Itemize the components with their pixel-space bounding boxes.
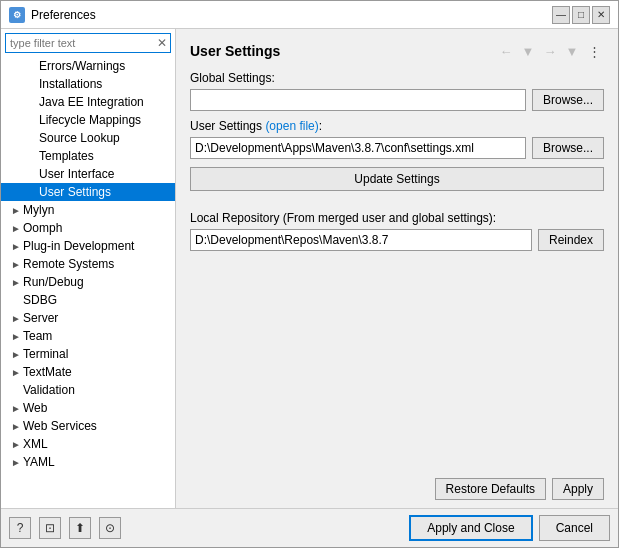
tree-item-errors[interactable]: Errors/Warnings (1, 57, 175, 75)
tree-item-oomph[interactable]: ►Oomph (1, 219, 175, 237)
expand-icon: ► (9, 401, 23, 415)
expand-icon: ► (9, 275, 23, 289)
search-box: ✕ (5, 33, 171, 53)
tree-item-label: Java EE Integration (39, 95, 144, 109)
forward-button[interactable]: → (540, 41, 560, 61)
tree-item-java-ee[interactable]: Java EE Integration (1, 93, 175, 111)
tree-item-source-lookup[interactable]: Source Lookup (1, 129, 175, 147)
panel-header: User Settings ← ▼ → ▼ ⋮ (190, 41, 604, 61)
tree-item-run-debug[interactable]: ►Run/Debug (1, 273, 175, 291)
maximize-button[interactable]: □ (572, 6, 590, 24)
title-bar-buttons: — □ ✕ (552, 6, 610, 24)
tree-item-label: Lifecycle Mappings (39, 113, 141, 127)
tree-item-terminal[interactable]: ►Terminal (1, 345, 175, 363)
tree-item-team[interactable]: ►Team (1, 327, 175, 345)
tree-item-label: User Interface (39, 167, 114, 181)
import-prefs-icon[interactable]: ⬆ (69, 517, 91, 539)
expand-icon: ► (9, 347, 23, 361)
help-icon[interactable]: ? (9, 517, 31, 539)
right-panel: User Settings ← ▼ → ▼ ⋮ Global Settings:… (176, 29, 618, 508)
nav-buttons: ← ▼ → ▼ ⋮ (496, 41, 604, 61)
tree-item-web-services[interactable]: ►Web Services (1, 417, 175, 435)
window-title: Preferences (31, 8, 546, 22)
tree-item-remote-systems[interactable]: ►Remote Systems (1, 255, 175, 273)
search-clear-button[interactable]: ✕ (152, 34, 172, 52)
tree-item-label: Run/Debug (23, 275, 84, 289)
expand-icon: ► (9, 311, 23, 325)
export-prefs-icon[interactable]: ⊡ (39, 517, 61, 539)
sidebar: ✕ Errors/WarningsInstallationsJava EE In… (1, 29, 176, 508)
tree-item-web[interactable]: ►Web (1, 399, 175, 417)
info-icon[interactable]: ⊙ (99, 517, 121, 539)
tree-item-user-settings[interactable]: User Settings (1, 183, 175, 201)
reindex-button[interactable]: Reindex (538, 229, 604, 251)
main-content: ✕ Errors/WarningsInstallationsJava EE In… (1, 29, 618, 508)
user-settings-text: User Settings (190, 119, 265, 133)
local-repo-input[interactable] (190, 229, 532, 251)
minimize-button[interactable]: — (552, 6, 570, 24)
tree-item-label: Server (23, 311, 58, 325)
tree-item-label: SDBG (23, 293, 57, 307)
tree-item-label: User Settings (39, 185, 111, 199)
tree-item-mylyn[interactable]: ►Mylyn (1, 201, 175, 219)
tree-item-validation[interactable]: Validation (1, 381, 175, 399)
tree-item-plugin-dev[interactable]: ►Plug-in Development (1, 237, 175, 255)
expand-icon: ► (9, 437, 23, 451)
tree-item-label: Plug-in Development (23, 239, 134, 253)
footer: ? ⊡ ⬆ ⊙ Apply and Close Cancel (1, 508, 618, 547)
global-browse-button[interactable]: Browse... (532, 89, 604, 111)
tree-item-sdbg[interactable]: SDBG (1, 291, 175, 309)
tree-item-label: Web Services (23, 419, 97, 433)
forward-dropdown-button[interactable]: ▼ (562, 41, 582, 61)
tree-item-label: Terminal (23, 347, 68, 361)
tree-item-server[interactable]: ►Server (1, 309, 175, 327)
restore-defaults-button[interactable]: Restore Defaults (435, 478, 546, 500)
apply-button[interactable]: Apply (552, 478, 604, 500)
tree-item-label: Web (23, 401, 47, 415)
tree-item-label: XML (23, 437, 48, 451)
panel-bottom-actions: Restore Defaults Apply (190, 478, 604, 500)
expand-icon: ► (9, 257, 23, 271)
apply-close-button[interactable]: Apply and Close (409, 515, 532, 541)
expand-icon: ► (9, 203, 23, 217)
footer-left: ? ⊡ ⬆ ⊙ (9, 517, 121, 539)
local-repo-label: Local Repository (From merged user and g… (190, 211, 604, 225)
tree-area[interactable]: Errors/WarningsInstallationsJava EE Inte… (1, 57, 175, 508)
tree-item-label: YAML (23, 455, 55, 469)
global-settings-input[interactable] (190, 89, 526, 111)
expand-icon: ► (9, 221, 23, 235)
tree-item-installations[interactable]: Installations (1, 75, 175, 93)
update-settings-button[interactable]: Update Settings (190, 167, 604, 191)
tree-item-label: TextMate (23, 365, 72, 379)
open-file-link[interactable]: (open file) (265, 119, 318, 133)
more-button[interactable]: ⋮ (584, 41, 604, 61)
tree-item-user-interface[interactable]: User Interface (1, 165, 175, 183)
tree-item-label: Installations (39, 77, 102, 91)
expand-icon: ► (9, 329, 23, 343)
tree-item-yaml[interactable]: ►YAML (1, 453, 175, 471)
user-settings-input[interactable] (190, 137, 526, 159)
tree-item-xml[interactable]: ►XML (1, 435, 175, 453)
user-browse-button[interactable]: Browse... (532, 137, 604, 159)
user-settings-row: Browse... (190, 137, 604, 159)
tree-item-label: Errors/Warnings (39, 59, 125, 73)
global-settings-label: Global Settings: (190, 71, 604, 85)
close-button[interactable]: ✕ (592, 6, 610, 24)
tree-item-label: Oomph (23, 221, 62, 235)
title-bar: ⚙ Preferences — □ ✕ (1, 1, 618, 29)
tree-item-templates[interactable]: Templates (1, 147, 175, 165)
search-input[interactable] (6, 34, 152, 52)
tree-item-textmate[interactable]: ►TextMate (1, 363, 175, 381)
expand-icon: ► (9, 239, 23, 253)
preferences-window: ⚙ Preferences — □ ✕ ✕ Errors/WarningsIns… (0, 0, 619, 548)
tree-item-lifecycle[interactable]: Lifecycle Mappings (1, 111, 175, 129)
cancel-button[interactable]: Cancel (539, 515, 610, 541)
back-dropdown-button[interactable]: ▼ (518, 41, 538, 61)
global-settings-row: Browse... (190, 89, 604, 111)
back-button[interactable]: ← (496, 41, 516, 61)
window-icon: ⚙ (9, 7, 25, 23)
expand-icon: ► (9, 365, 23, 379)
tree-item-label: Validation (23, 383, 75, 397)
footer-right: Apply and Close Cancel (409, 515, 610, 541)
tree-item-label: Mylyn (23, 203, 54, 217)
